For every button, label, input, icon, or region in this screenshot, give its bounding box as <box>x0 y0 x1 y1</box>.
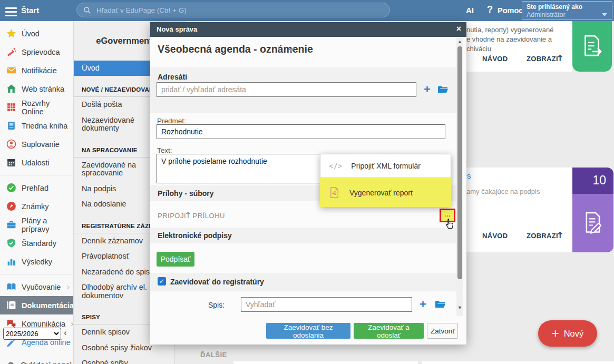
global-search <box>76 3 390 17</box>
user-role-dropdown[interactable]: Ste prihlásený ako Administrátor <box>522 1 612 20</box>
sidebar-item-triedna-kniha[interactable]: Triedna kniha <box>0 116 73 135</box>
chevron-right-icon: › <box>71 319 73 329</box>
text-label: Text: <box>157 146 172 154</box>
save-and-send-button[interactable]: Zaevidovať a odoslať <box>354 323 424 339</box>
prilohy-label: Prílohy - súbory <box>158 189 214 198</box>
modal-titlebar: Nová správa <box>150 22 466 37</box>
calendar-icon <box>6 158 16 168</box>
plus-icon: + <box>552 328 559 339</box>
card2-zobrazit-link[interactable]: ZOBRAZIŤ <box>527 232 562 240</box>
help-question-icon[interactable]: ? <box>487 4 493 15</box>
grades-icon <box>6 201 16 211</box>
count-badge: 10 <box>572 168 613 194</box>
egov-item-dlhodoby-archiv[interactable]: Dlhodobý archív el. dokumentov <box>74 280 153 303</box>
sidebar-item-standardy[interactable]: Štandardy <box>0 234 73 252</box>
hamburger-menu-icon[interactable] <box>5 5 17 18</box>
bar-chart-icon <box>6 257 16 267</box>
modal-scrollbar-thumb[interactable] <box>457 46 462 279</box>
start-button[interactable]: Štart <box>21 6 39 15</box>
top-header: Štart AI ? Pomoc Ste prihlásený ako Admi… <box>0 0 614 21</box>
book-icon <box>6 282 16 292</box>
next-row-card-edge <box>233 361 418 364</box>
registratura-checkbox[interactable]: ✓ <box>158 277 166 286</box>
pripojit-prilohu-label[interactable]: PRIPOJIŤ PRÍLOHU <box>158 212 225 220</box>
sidebar-item-web-stranka[interactable]: Web stránka <box>0 80 73 98</box>
wand-icon <box>6 47 16 57</box>
card1-tile[interactable] <box>572 21 612 72</box>
menu-item-xml[interactable]: </> Pripojiť XML formulár <box>320 154 451 178</box>
podpisat-button[interactable]: Podpísať <box>157 252 194 267</box>
next-row-card-edge <box>422 361 614 364</box>
podpisy-label: Elektronické podpisy <box>158 231 232 240</box>
adresati-label: Adresáti <box>158 73 187 81</box>
modal-close-icon[interactable]: × <box>456 24 461 34</box>
dalsie-label[interactable]: ĎALŠIE <box>200 351 227 359</box>
sidebar-item-vysledky[interactable]: Výsledky <box>0 252 73 271</box>
attachment-more-button[interactable]: ... <box>440 209 455 222</box>
sidebar-collapse-icon[interactable]: ‹ <box>64 328 67 338</box>
grid-icon <box>6 102 16 112</box>
sidebar-divider <box>0 175 73 175</box>
spis-input[interactable] <box>241 297 412 312</box>
search-icon <box>83 6 91 14</box>
card1-zobrazit-link[interactable]: ZOBRAZIŤ <box>527 55 562 63</box>
add-recipient-icon[interactable]: + <box>424 84 431 95</box>
folder-browse-icon[interactable] <box>435 300 446 309</box>
chevron-down-icon <box>602 13 607 16</box>
sidebar-item-dokumentacia[interactable]: Dokumentácia › <box>0 296 73 314</box>
registratura-checkbox-label: Zaevidovať do registratúry <box>170 278 264 286</box>
form-type-dropdown-icon[interactable] <box>288 48 295 52</box>
add-spis-icon[interactable]: + <box>420 299 426 310</box>
sidebar-item-notifikacie[interactable]: Notifikácie <box>0 61 73 80</box>
predmet-input[interactable] <box>157 124 445 139</box>
document-export-icon <box>578 32 607 61</box>
logged-in-as-label: Ste prihlásený ako <box>527 3 608 11</box>
folder-browse-icon[interactable] <box>437 85 449 94</box>
card2-tile[interactable]: 10 <box>572 168 613 252</box>
spis-label: Spis: <box>208 301 225 309</box>
close-button[interactable]: Zatvoriť <box>427 323 458 339</box>
help-button[interactable]: Pomoc <box>498 6 523 15</box>
person-icon <box>6 139 16 149</box>
card2-navod-link[interactable]: NÁVOD <box>482 232 508 240</box>
xml-code-icon: </> <box>329 162 342 170</box>
search-input[interactable] <box>95 6 383 15</box>
briefcase-icon <box>6 220 16 230</box>
sidebar-item-ovladaci-panel[interactable]: Ovládací panel <box>6 360 72 364</box>
new-button[interactable]: + Nový <box>538 320 597 347</box>
adresati-input[interactable] <box>157 82 416 97</box>
sidebar-item-znamky[interactable]: Známky <box>0 197 73 215</box>
panel-scroll-hint-icon[interactable]: ▼ <box>118 358 123 364</box>
sidebar-item-suplovanie[interactable]: Suplovanie <box>0 135 73 153</box>
notebook-icon <box>6 121 16 131</box>
card1-text: nutia, reporty) vygenerované e vhodné na… <box>466 25 553 54</box>
sidebar-item-plany[interactable]: Plány a prípravy <box>0 215 73 234</box>
document-sign-icon <box>579 210 607 237</box>
pdf-icon <box>328 186 340 199</box>
sidebar-item-sprievodca[interactable]: Sprievodca <box>0 43 73 61</box>
sidebar-item-vyucovanie[interactable]: Vyučovanie › <box>0 278 73 296</box>
sidebar-item-uvod[interactable]: Úvod <box>0 24 73 43</box>
card1-navod-link[interactable]: NÁVOD <box>482 55 508 63</box>
predmet-label: Predmet: <box>157 117 186 125</box>
attachment-menu: </> Pripojiť XML formulár Vygenerovať re… <box>320 154 451 207</box>
edupage-screen: Štart AI ? Pomoc Ste prihlásený ako Admi… <box>0 0 614 364</box>
sidebar-item-rozvrhy[interactable]: Rozvrhy Online <box>0 98 73 116</box>
main-sidebar: Úvod Sprievodca Notifikácie Web stránka … <box>0 21 74 364</box>
sidebar-item-udalosti[interactable]: Udalosti <box>0 153 73 172</box>
chevron-right-icon: › <box>67 282 70 292</box>
egov-item-spisy-zamestnancov[interactable]: Osobné spisy zamestnancov <box>74 356 174 364</box>
menu-item-generate-report[interactable]: Vygenerovať report <box>320 178 451 207</box>
shield-icon <box>6 238 16 248</box>
scroll-down-icon[interactable]: ▼ <box>457 305 462 310</box>
sidebar-divider <box>0 274 73 274</box>
user-role-value: Administrátor <box>527 11 608 18</box>
scroll-up-icon[interactable]: ▲ <box>457 39 462 44</box>
school-year-select[interactable]: 2025/2026 <box>3 328 61 340</box>
ai-button[interactable]: AI <box>466 6 474 15</box>
check-circle-icon <box>6 183 16 193</box>
home-icon <box>6 84 16 94</box>
save-without-send-button[interactable]: Zaevidovať bez odoslania <box>266 323 350 339</box>
sidebar-item-prehlad[interactable]: Prehľad <box>0 179 73 197</box>
envelope-icon <box>6 65 16 75</box>
